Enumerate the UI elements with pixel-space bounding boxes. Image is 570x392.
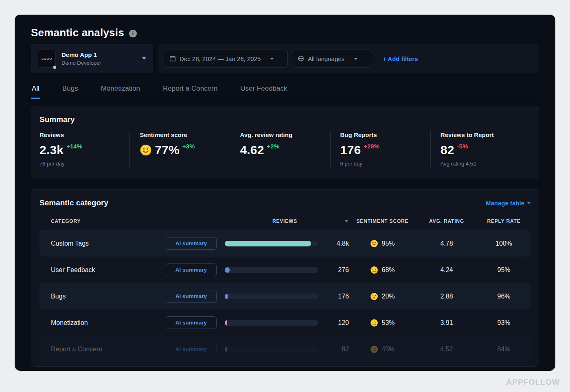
column-reviews[interactable]: REVIEWS: [221, 218, 349, 224]
filter-bar: Dec 28, 2024 — Jan 26, 2025 All language…: [158, 44, 539, 73]
column-avg-rating: AVG. RATING: [416, 218, 477, 224]
column-sentiment-score: SENTIMENT SCORE: [349, 218, 416, 224]
row-reply-rate: 95%: [477, 266, 531, 274]
manage-table-label: Manage table: [486, 200, 524, 207]
row-avg-rating: 4.52: [416, 346, 477, 353]
chevron-down-icon: [354, 58, 358, 60]
tab-all[interactable]: All: [31, 85, 40, 99]
row-reply-rate: 96%: [477, 293, 531, 300]
app-selector[interactable]: LOGO Demo App 1 Demo Developer: [31, 44, 153, 73]
metric-label: Avg. review rating: [240, 131, 330, 138]
table-body: Custom Tags AI summary 4.8k 95% 4.78 100…: [39, 230, 531, 362]
row-sentiment: 68%: [349, 266, 416, 274]
row-avg-rating: 2.88: [416, 293, 477, 300]
controls-row: LOGO Demo App 1 Demo Developer Dec 28, 2: [31, 44, 539, 73]
summary-metric: Reviews to Report 82 -5% Avg rating 4.52: [430, 131, 531, 167]
row-reply-rate: 84%: [477, 346, 531, 353]
language-value: All languages: [308, 55, 344, 62]
metric-delta: -5%: [457, 143, 468, 150]
table-row[interactable]: Custom Tags AI summary 4.8k 95% 4.78 100…: [39, 230, 531, 257]
row-category: Custom Tags: [39, 240, 162, 247]
summary-metrics: Reviews 2.3k +14% 78 per day Sentiment s…: [39, 131, 531, 167]
table-row[interactable]: Report a Concern AI summary 82 45% 4.52 …: [39, 336, 531, 362]
metric-value: 77%: [155, 143, 180, 157]
semantic-header: Semantic category Manage table: [39, 198, 531, 207]
metric-value: 176: [340, 143, 361, 157]
app-logo: LOGO: [38, 50, 56, 68]
row-reviews-count: 176: [322, 293, 349, 300]
apple-icon: [52, 64, 57, 70]
table-row[interactable]: Bugs AI summary 176 20% 2.88 96%: [39, 283, 531, 309]
ai-summary-button[interactable]: AI summary: [166, 290, 217, 303]
column-reviews-label: REVIEWS: [272, 218, 297, 224]
ai-summary-button[interactable]: AI summary: [166, 316, 217, 329]
language-select[interactable]: All languages: [292, 50, 372, 68]
metric-value: 82: [441, 143, 454, 157]
row-sentiment-value: 68%: [381, 266, 395, 274]
table-row[interactable]: Monetization AI summary 120 53% 3.91 93%: [39, 309, 531, 336]
table-header: CATEGORY REVIEWS SENTIMENT SCORE AVG. RA…: [39, 212, 531, 230]
metric-value-row: 4.62 +2%: [240, 142, 330, 158]
reviews-bar-track: [225, 320, 318, 326]
ai-summary-cell: AI summary: [162, 264, 221, 276]
reviews-bar-fill: [225, 267, 230, 273]
reviews-bar-fill: [225, 294, 228, 299]
tabs: AllBugsMonetizationReport a ConcernUser …: [31, 85, 539, 99]
tab-user-feedback[interactable]: User Feedback: [239, 85, 288, 99]
ai-summary-button[interactable]: AI summary: [166, 237, 217, 250]
sentiment-face-icon: [370, 345, 378, 353]
row-reviews-count: 4.8k: [322, 240, 349, 247]
row-sentiment-value: 95%: [381, 240, 395, 247]
page-canvas: Semantic analysis i LOGO Demo App 1 Demo…: [0, 0, 570, 392]
app-developer: Demo Developer: [61, 60, 101, 66]
date-range-select[interactable]: Dec 28, 2024 — Jan 26, 2025: [164, 50, 288, 68]
column-category: CATEGORY: [39, 218, 162, 224]
reviews-bar-track: [225, 294, 318, 299]
reviews-bar-track: [225, 346, 318, 352]
chevron-down-icon: [142, 57, 146, 60]
ai-summary-cell: AI summary: [162, 237, 221, 250]
row-avg-rating: 4.78: [416, 240, 477, 247]
metric-label: Reviews: [39, 131, 129, 138]
summary-panel: Summary Reviews 2.3k +14% 78 per day Sen…: [31, 106, 539, 179]
semantic-category-panel: Semantic category Manage table CATEGORY …: [31, 189, 539, 367]
metric-delta: +2%: [267, 143, 279, 150]
row-avg-rating: 3.91: [416, 319, 477, 327]
reviews-bar-cell: [221, 320, 322, 326]
row-sentiment-value: 45%: [381, 346, 395, 353]
reviews-bar-cell: [221, 294, 322, 299]
sort-desc-icon[interactable]: [345, 220, 348, 222]
info-icon[interactable]: i: [129, 30, 137, 37]
ai-summary-button[interactable]: AI summary: [166, 343, 217, 355]
tab-monetization[interactable]: Monetization: [100, 85, 141, 99]
metric-value: 4.62: [240, 143, 264, 157]
tab-bugs[interactable]: Bugs: [61, 85, 79, 99]
reviews-bar-fill: [225, 320, 227, 326]
sentiment-face-icon: [140, 144, 152, 156]
globe-icon: [298, 55, 304, 62]
table-row[interactable]: User Feedback AI summary 276 68% 4.24 95…: [39, 257, 531, 283]
summary-metric: Sentiment score 77% +3%: [129, 131, 230, 167]
semantic-title: Semantic category: [39, 198, 108, 207]
app-name: Demo App 1: [61, 51, 101, 58]
metric-subtext: 78 per day: [39, 161, 129, 167]
row-reply-rate: 93%: [477, 319, 531, 327]
reviews-bar-cell: [221, 267, 322, 273]
manage-table-button[interactable]: Manage table: [486, 200, 531, 207]
row-sentiment: 20%: [349, 292, 416, 301]
ai-summary-button[interactable]: AI summary: [166, 264, 217, 276]
sentiment-face-icon: [370, 319, 378, 327]
metric-value-row: 82 -5%: [441, 142, 531, 158]
tab-report-a-concern[interactable]: Report a Concern: [162, 85, 218, 99]
reviews-bar-track: [225, 267, 318, 273]
metric-value-row: 2.3k +14%: [39, 142, 129, 158]
reviews-bar-cell: [221, 346, 322, 352]
row-sentiment: 95%: [349, 240, 416, 248]
row-category: Report a Concern: [39, 346, 162, 353]
ai-summary-cell: AI summary: [162, 290, 221, 303]
metric-delta: +28%: [364, 143, 379, 150]
summary-metric: Reviews 2.3k +14% 78 per day: [39, 131, 129, 167]
add-filters-button[interactable]: + Add filters: [383, 55, 418, 62]
metric-label: Sentiment score: [140, 131, 230, 138]
sentiment-face-icon: [370, 292, 378, 301]
